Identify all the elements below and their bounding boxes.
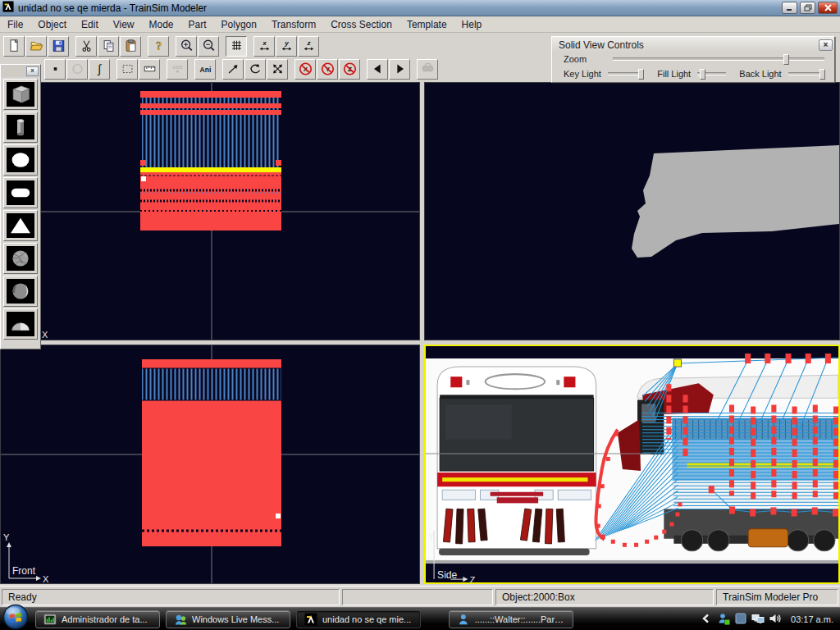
vertex-dot-button[interactable] — [44, 59, 66, 80]
taskbar-button-walter-para[interactable]: ......::Walter::......Para... — [449, 610, 573, 628]
shaded-sphere-tool-button[interactable] — [3, 276, 38, 307]
menu-item-part[interactable]: Part — [181, 17, 214, 32]
next-part-button[interactable] — [389, 59, 410, 80]
blue-app-icon[interactable] — [734, 612, 747, 627]
toolbar-main: ?xyz — [3, 34, 320, 57]
svc-close-icon[interactable]: × — [819, 39, 833, 51]
paste-button[interactable] — [120, 36, 141, 57]
cylinder-tool-frame — [7, 115, 34, 139]
cut-button[interactable] — [75, 36, 97, 57]
menu-item-view[interactable]: View — [106, 17, 142, 32]
menu-item-transform[interactable]: Transform — [264, 17, 323, 32]
shape-tool-palette[interactable]: x — [0, 64, 41, 349]
scale-button[interactable] — [267, 59, 288, 80]
open-folder-button[interactable] — [25, 36, 47, 57]
svc-title-bar[interactable]: Solid View Controls × — [552, 37, 834, 52]
back-light-slider-thumb[interactable] — [819, 69, 825, 80]
ruler-button[interactable] — [139, 59, 160, 80]
chevron-left-icon[interactable] — [700, 612, 713, 627]
tray-clock[interactable]: 03:17 a.m. — [791, 614, 833, 624]
menu-item-edit[interactable]: Edit — [74, 17, 106, 32]
fill-light-slider[interactable] — [697, 72, 726, 75]
palette-close-icon[interactable]: x — [26, 66, 39, 76]
viewport-top[interactable]: X — [0, 82, 420, 340]
lock-z-button[interactable]: Z — [339, 59, 360, 80]
taskbar-button-windows-live-mess[interactable]: Windows Live Mess... — [166, 610, 290, 628]
zoom-in-icon — [179, 39, 194, 53]
zoom-slider-thumb[interactable] — [783, 54, 789, 65]
menu-item-template[interactable]: Template — [399, 17, 454, 32]
box-tool-button[interactable] — [3, 79, 38, 110]
select-rect-icon — [120, 62, 135, 76]
cylinder-tool-icon — [7, 116, 34, 139]
network-icon[interactable] — [751, 612, 765, 627]
new-document-button[interactable] — [3, 36, 25, 57]
menu-item-mode[interactable]: Mode — [142, 17, 181, 32]
axis-z-button[interactable]: z — [298, 36, 319, 57]
svg-text:y: y — [284, 39, 289, 47]
animate-button[interactable]: Ani — [194, 59, 216, 80]
minimize-button[interactable] — [782, 2, 797, 14]
spline-tool-button[interactable]: ∫ — [89, 59, 110, 80]
axis-label-y: Y — [3, 532, 10, 542]
cone-tool-button[interactable] — [3, 210, 38, 241]
taskbar-button-administrador-de-ta[interactable]: Administrador de ta... — [35, 610, 160, 628]
prev-part-button[interactable] — [367, 59, 388, 80]
lock-x-button[interactable]: X — [294, 59, 316, 80]
zoom-out-button[interactable] — [198, 36, 219, 57]
sphere-tool-button[interactable] — [3, 144, 38, 176]
menu-bar: FileObjectEditViewModePartPolygonTransfo… — [0, 16, 840, 33]
lock-y-button[interactable]: Y — [317, 59, 338, 80]
copy-button[interactable] — [98, 36, 119, 57]
hemisphere-tool-button[interactable] — [3, 308, 38, 340]
capsule-tool-button[interactable] — [3, 177, 38, 208]
zoom-slider[interactable] — [613, 57, 824, 61]
grid-button[interactable] — [226, 36, 247, 57]
chevron-left-icon-icon — [700, 612, 713, 625]
rotate-icon — [248, 62, 263, 76]
viewport-solid-canvas — [425, 83, 839, 340]
desktop: { "window": { "title": "unidad no se qe … — [0, 0, 840, 630]
menu-item-file[interactable]: File — [0, 17, 30, 32]
solid-view-controls-panel[interactable]: Solid View Controls × Zoom Key Light Fil… — [551, 36, 835, 83]
viewport-side-canvas: Y Side Z — [426, 346, 838, 582]
taskbar-button-unidad-no-se-qe-mie[interactable]: unidad no se qe mie... — [296, 610, 421, 628]
viewport-front[interactable]: Y Front X — [0, 345, 420, 584]
menu-item-help[interactable]: Help — [454, 17, 490, 32]
title-bar[interactable]: unidad no se qe mierda - TrainSim Modele… — [0, 0, 840, 16]
viewport-solid-3d[interactable] — [424, 82, 840, 340]
zoom-in-button[interactable] — [176, 36, 197, 57]
rotate-button[interactable] — [244, 59, 266, 80]
window-title: unidad no se qe mierda - TrainSim Modele… — [18, 2, 779, 14]
select-rect-button[interactable] — [116, 59, 138, 80]
messenger-status-icon[interactable] — [717, 612, 730, 627]
axis-y-button[interactable]: y — [276, 36, 297, 57]
menu-item-cross-section[interactable]: Cross Section — [323, 17, 399, 32]
capsule-tool-frame — [7, 180, 34, 205]
save-button[interactable] — [48, 36, 69, 57]
status-message: Ready — [2, 589, 340, 605]
start-button[interactable] — [2, 603, 30, 630]
fill-light-slider-thumb[interactable] — [700, 69, 705, 80]
help-button[interactable]: ? — [148, 36, 169, 57]
reference-train-front — [437, 367, 596, 555]
axis-x-button[interactable]: x — [253, 36, 275, 57]
menu-item-object[interactable]: Object — [30, 17, 74, 32]
palette-title-bar[interactable]: x — [1, 65, 40, 77]
back-light-slider[interactable] — [788, 72, 824, 75]
viewport-side-active[interactable]: Y Side Z — [424, 345, 840, 584]
cylinder-tool-button[interactable] — [3, 112, 38, 143]
key-light-slider[interactable] — [608, 72, 644, 75]
volume-icon-icon — [769, 612, 782, 625]
close-button[interactable] — [818, 2, 838, 14]
geosphere-tool-button[interactable] — [3, 243, 38, 274]
volume-icon[interactable] — [769, 612, 782, 627]
move-arrow-button[interactable] — [222, 59, 244, 80]
axis-y-icon: y — [279, 39, 294, 53]
animate-icon: Ani — [198, 62, 213, 76]
menu-item-polygon[interactable]: Polygon — [214, 17, 264, 32]
maximize-button[interactable] — [800, 2, 815, 14]
viewport-front-canvas: Y Front X — [1, 345, 419, 583]
ruler-icon — [142, 62, 158, 76]
key-light-slider-thumb[interactable] — [638, 69, 644, 80]
